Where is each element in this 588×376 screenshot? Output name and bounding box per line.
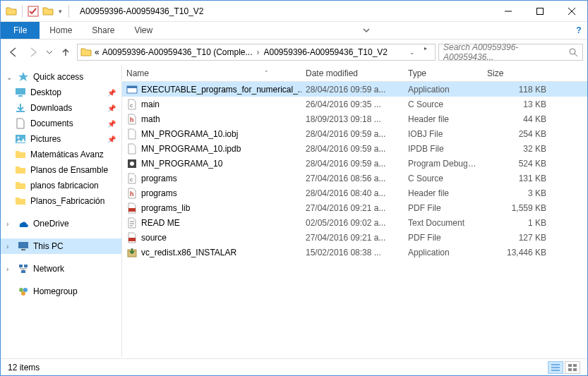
file-row[interactable]: source27/04/2016 09:21 a...PDF File127 K… [122, 230, 587, 245]
file-size: 13,446 KB [483, 248, 551, 257]
file-date: 18/09/2013 09:18 ... [301, 114, 404, 124]
file-icon [126, 217, 138, 229]
forward-button[interactable] [25, 44, 42, 61]
up-button[interactable] [57, 44, 74, 61]
file-size: 254 KB [483, 129, 551, 139]
ribbon-expand-icon[interactable] [358, 22, 375, 39]
file-row[interactable]: cmain26/04/2016 09:35 ...C Source13 KB [122, 97, 587, 111]
sidebar-item-documents[interactable]: Documents📌 [1, 116, 121, 131]
sidebar-item-pictures[interactable]: Pictures📌 [1, 131, 121, 147]
column-header-date[interactable]: Date modified [301, 65, 404, 81]
file-row[interactable]: EXECUTABLE_programs_for_numerical_...28/… [122, 82, 587, 97]
file-row[interactable]: vc_redist.x86_INSTALAR15/02/2016 08:38 .… [122, 245, 587, 260]
file-row[interactable]: MN_PROGRAMA_1028/04/2016 09:59 a...Progr… [122, 156, 587, 171]
tab-home[interactable]: Home [40, 22, 82, 39]
pictures-icon [15, 133, 26, 145]
svg-rect-39 [573, 368, 577, 371]
svg-point-10 [18, 137, 20, 139]
file-type: Header file [404, 114, 483, 124]
file-name: MN_PROGRAMA_10.iobj [141, 129, 238, 139]
sidebar-item-downloads[interactable]: Downloads📌 [1, 100, 121, 116]
folder-small-icon[interactable] [42, 6, 54, 17]
sidebar-item-desktop[interactable]: Desktop📌 [1, 85, 121, 100]
recent-dropdown-icon[interactable] [44, 44, 54, 61]
sidebar-item-network[interactable]: ›Network [1, 261, 121, 277]
pin-icon: 📌 [107, 89, 116, 97]
tab-file[interactable]: File [1, 22, 40, 39]
qab-overflow-icon[interactable]: ▾ [57, 8, 64, 15]
svg-rect-11 [18, 242, 28, 248]
file-date: 27/04/2016 09:21 a... [301, 233, 404, 243]
close-button[interactable] [556, 1, 587, 21]
folder-icon [15, 164, 26, 176]
file-row[interactable]: programs_lib27/04/2016 09:21 a...PDF Fil… [122, 200, 587, 215]
sidebar-item-quick-access[interactable]: ⌄Quick access [1, 69, 121, 85]
sidebar-item-folder[interactable]: Planos de Ensamble [1, 162, 121, 178]
column-header-name[interactable]: Name˄ [122, 65, 301, 81]
breadcrumb-prefix[interactable]: « [95, 47, 100, 57]
details-view-button[interactable] [548, 361, 563, 374]
file-row[interactable]: hmath18/09/2013 09:18 ...Header file44 K… [122, 111, 587, 126]
tab-view[interactable]: View [124, 22, 162, 39]
thumbnails-view-button[interactable] [565, 361, 580, 374]
svg-text:c: c [130, 102, 133, 109]
file-name: programs [141, 188, 177, 198]
file-date: 26/04/2016 09:35 ... [301, 99, 404, 109]
svg-text:h: h [130, 190, 134, 198]
sidebar-item-folder[interactable]: Planos_Fabricación [1, 193, 121, 209]
file-type: C Source [404, 99, 483, 109]
help-icon[interactable]: ? [570, 22, 587, 39]
svg-rect-38 [568, 368, 572, 371]
sidebar-item-folder[interactable]: Matemáticas Avanz [1, 147, 121, 162]
sidebar-item-folder[interactable]: planos fabricacion [1, 178, 121, 193]
address-dropdown-icon[interactable]: ⌄ [409, 49, 415, 56]
file-date: 28/04/2016 09:59 a... [301, 144, 404, 154]
file-type: C Source [404, 174, 483, 183]
file-row[interactable]: READ ME02/05/2016 09:02 a...Text Documen… [122, 215, 587, 230]
sidebar-item-this-pc[interactable]: ›This PC [1, 238, 121, 254]
tab-share[interactable]: Share [82, 22, 124, 39]
column-header-size[interactable]: Size [483, 65, 551, 81]
file-name: programs_lib [141, 203, 190, 213]
maximize-button[interactable] [524, 1, 556, 21]
file-date: 27/04/2016 08:56 a... [301, 174, 404, 183]
column-header-type[interactable]: Type [404, 65, 483, 81]
file-row[interactable]: MN_PROGRAMA_10.ipdb28/04/2016 09:59 a...… [122, 141, 587, 156]
chevron-right-icon[interactable]: › [256, 47, 261, 57]
file-name: math [141, 114, 160, 124]
file-name: MN_PROGRAMA_10 [141, 159, 222, 169]
sidebar-item-homegroup[interactable]: Homegroup [1, 284, 121, 299]
file-size: 13 KB [483, 99, 551, 109]
file-icon [126, 143, 138, 154]
address-bar[interactable]: « A00959396-A00959436_T10 (Comple... › A… [77, 44, 436, 61]
search-input[interactable]: Search A00959396-A00959436... [438, 44, 583, 61]
breadcrumb-seg2[interactable]: A00959396-A00959436_T10_V2 [264, 47, 388, 57]
svg-rect-36 [568, 364, 572, 367]
quick-check-icon[interactable] [28, 6, 39, 17]
file-type: PDF File [404, 203, 483, 213]
minimize-button[interactable] [492, 1, 524, 21]
file-date: 27/04/2016 09:21 a... [301, 203, 404, 213]
file-name: source [141, 233, 167, 243]
file-size: 1,559 KB [483, 203, 551, 213]
file-icon [126, 84, 138, 95]
breadcrumb-seg1[interactable]: A00959396-A00959436_T10 (Comple... [102, 47, 253, 57]
status-bar: 12 items [1, 358, 587, 375]
svg-line-6 [575, 54, 577, 56]
file-size: 44 KB [483, 114, 551, 124]
file-icon [126, 202, 138, 214]
file-icon [126, 247, 138, 258]
item-count: 12 items [8, 363, 40, 372]
sidebar-item-onedrive[interactable]: ›OneDrive [1, 216, 121, 231]
back-button[interactable] [5, 44, 22, 61]
file-row[interactable]: hprograms28/04/2016 08:40 a...Header fil… [122, 186, 587, 200]
downloads-icon [15, 102, 26, 114]
file-row[interactable]: MN_PROGRAMA_10.iobj28/04/2016 09:59 a...… [122, 126, 587, 141]
file-date: 28/04/2016 08:40 a... [301, 188, 404, 198]
file-size: 524 KB [483, 159, 551, 169]
file-size: 118 KB [483, 85, 551, 95]
file-size: 127 KB [483, 233, 551, 243]
file-row[interactable]: cprograms27/04/2016 08:56 a...C Source13… [122, 171, 587, 186]
file-date: 15/02/2016 08:38 ... [301, 248, 404, 257]
refresh-icon[interactable] [416, 47, 432, 57]
